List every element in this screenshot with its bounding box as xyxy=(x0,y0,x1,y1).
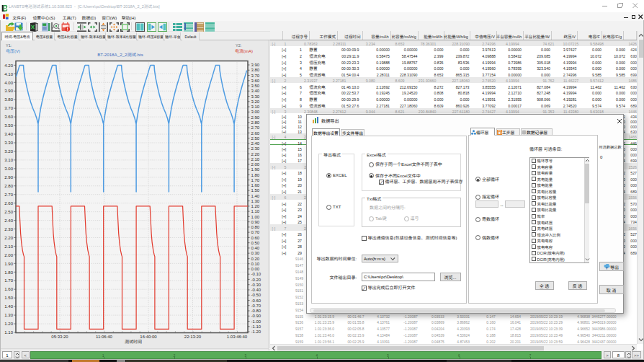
svg-text:-0.20: -0.20 xyxy=(251,278,261,282)
svg-text:1.80: 1.80 xyxy=(251,173,260,177)
svg-text:3.30: 3.30 xyxy=(4,141,13,145)
svg-text:-0.60: -0.60 xyxy=(251,299,261,303)
svg-text:16:40:00: 16:40:00 xyxy=(140,335,157,339)
svg-text:2.80: 2.80 xyxy=(4,184,13,188)
svg-text:1.40: 1.40 xyxy=(251,194,260,198)
svg-text:电压(V): 电压(V) xyxy=(6,48,20,54)
svg-text:0.00: 0.00 xyxy=(251,267,260,271)
svg-text:3.60: 3.60 xyxy=(251,79,260,83)
svg-text:3.80: 3.80 xyxy=(251,68,260,72)
svg-text:2.30: 2.30 xyxy=(4,227,13,231)
svg-text:3.90: 3.90 xyxy=(251,63,260,67)
svg-text:0.90: 0.90 xyxy=(251,220,260,224)
svg-text:0.40: 0.40 xyxy=(251,246,260,250)
svg-text:1.10: 1.10 xyxy=(251,209,260,213)
svg-text:1.90: 1.90 xyxy=(4,262,13,266)
svg-text:0.50: 0.50 xyxy=(251,241,260,245)
svg-text:0.60: 0.60 xyxy=(251,236,260,240)
svg-text:3.10: 3.10 xyxy=(4,158,13,162)
svg-text:-0.80: -0.80 xyxy=(251,309,261,313)
svg-text:3.80: 3.80 xyxy=(4,97,13,102)
svg-text:0.80: 0.80 xyxy=(251,225,260,229)
svg-text:-1.20: -1.20 xyxy=(251,330,261,334)
svg-text:电流(mA): 电流(mA) xyxy=(235,48,253,54)
svg-text:2.20: 2.20 xyxy=(4,236,13,240)
svg-text:3.90: 3.90 xyxy=(4,89,13,93)
svg-text:1.70: 1.70 xyxy=(4,278,13,283)
svg-text:2.80: 2.80 xyxy=(251,120,260,125)
svg-text:2.90: 2.90 xyxy=(251,115,260,120)
svg-text:2.30: 2.30 xyxy=(251,146,260,151)
svg-text:3.60: 3.60 xyxy=(4,115,13,119)
svg-text:2.10: 2.10 xyxy=(251,157,260,162)
svg-text:3.10: 3.10 xyxy=(251,105,260,109)
svg-text:2.90: 2.90 xyxy=(4,175,13,180)
svg-text:BT-2018A_2_2测试.bts: BT-2018A_2_2测试.bts xyxy=(97,51,143,58)
svg-text:2.60: 2.60 xyxy=(251,131,260,136)
svg-text:1.50: 1.50 xyxy=(4,296,13,300)
svg-text:1.00: 1.00 xyxy=(251,215,260,219)
svg-text:3.70: 3.70 xyxy=(251,74,260,78)
svg-text:1.40: 1.40 xyxy=(4,304,13,309)
svg-text:22:13:20: 22:13:20 xyxy=(184,335,202,339)
svg-text:3.00: 3.00 xyxy=(251,110,260,114)
svg-text:-0.40: -0.40 xyxy=(251,288,261,292)
svg-text:-0.30: -0.30 xyxy=(251,283,261,287)
svg-text:1.50: 1.50 xyxy=(251,188,260,193)
svg-text:1.60: 1.60 xyxy=(4,287,13,291)
svg-text:2.40: 2.40 xyxy=(4,218,13,223)
svg-text:-0.50: -0.50 xyxy=(251,293,261,297)
svg-text:1.10: 1.10 xyxy=(4,330,13,335)
svg-text:1.70: 1.70 xyxy=(251,178,260,182)
svg-text:2.00: 2.00 xyxy=(4,253,13,257)
svg-text:1.30: 1.30 xyxy=(251,199,260,203)
svg-text:3.30: 3.30 xyxy=(251,94,260,99)
svg-text:1.03:46:40: 1.03:46:40 xyxy=(227,335,248,339)
svg-text:3.50: 3.50 xyxy=(4,123,13,128)
svg-text:3.20: 3.20 xyxy=(251,100,260,104)
svg-text:-0.70: -0.70 xyxy=(251,304,261,308)
svg-text:3.00: 3.00 xyxy=(4,167,13,171)
svg-text:3.70: 3.70 xyxy=(4,106,13,110)
svg-text:0.70: 0.70 xyxy=(251,230,260,234)
svg-text:1.90: 1.90 xyxy=(251,167,260,172)
svg-text:4.10: 4.10 xyxy=(4,72,13,76)
svg-text:-0.90: -0.90 xyxy=(251,314,261,318)
svg-text:2.70: 2.70 xyxy=(4,193,13,197)
svg-text:1.30: 1.30 xyxy=(4,313,13,317)
svg-text:3.50: 3.50 xyxy=(251,84,260,88)
svg-text:测试时间: 测试时间 xyxy=(125,338,142,345)
svg-text:2.70: 2.70 xyxy=(251,125,260,130)
svg-text:4.00: 4.00 xyxy=(4,81,13,85)
svg-text:2.50: 2.50 xyxy=(4,210,13,214)
svg-text:-0.10: -0.10 xyxy=(251,272,261,276)
svg-text:3.20: 3.20 xyxy=(4,149,13,154)
svg-text:0.20: 0.20 xyxy=(251,257,260,261)
svg-text:2.40: 2.40 xyxy=(251,141,260,146)
svg-text:2.50: 2.50 xyxy=(251,136,260,141)
svg-text:0.30: 0.30 xyxy=(251,251,260,255)
svg-text:2.20: 2.20 xyxy=(251,152,260,156)
svg-text:05:33:20: 05:33:20 xyxy=(51,335,68,339)
svg-text:1.20: 1.20 xyxy=(4,322,13,326)
svg-text:1.80: 1.80 xyxy=(4,270,13,275)
svg-text:1.20: 1.20 xyxy=(251,204,260,208)
svg-text:2.00: 2.00 xyxy=(251,162,260,167)
svg-text:0.10: 0.10 xyxy=(251,262,260,266)
svg-text:2.60: 2.60 xyxy=(4,201,13,206)
svg-text:3.40: 3.40 xyxy=(251,89,260,93)
svg-text:4.20: 4.20 xyxy=(4,63,13,68)
svg-text:2.10: 2.10 xyxy=(4,244,13,249)
svg-text:-1.00: -1.00 xyxy=(251,319,261,324)
svg-text:11:06:40: 11:06:40 xyxy=(96,335,113,339)
svg-text:3.40: 3.40 xyxy=(4,132,13,136)
svg-text:-1.10: -1.10 xyxy=(251,325,261,329)
svg-text:1.60: 1.60 xyxy=(251,183,260,187)
